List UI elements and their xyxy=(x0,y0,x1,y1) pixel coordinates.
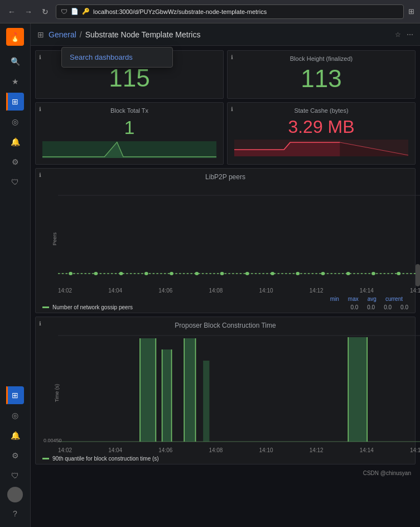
libp2p-legend-dot xyxy=(42,306,49,308)
sidebar-item-settings2[interactable]: ⚙ xyxy=(6,447,24,464)
libp2p-min-val: 0.0 xyxy=(350,304,358,310)
libp2p-min-label: min xyxy=(330,296,339,302)
svg-point-12 xyxy=(144,272,148,275)
sidebar-item-dashboards2[interactable]: ⊞ xyxy=(6,386,24,404)
panel-value-tx: 1 xyxy=(42,116,216,139)
forward-button[interactable]: → xyxy=(22,6,35,18)
user-avatar[interactable] xyxy=(7,487,23,502)
search-dashboards-label: Search dashboards xyxy=(70,53,133,61)
panel-value-cache: 3.29 MB xyxy=(234,116,408,137)
breadcrumb-separator: / xyxy=(80,30,82,39)
sidebar-item-settings[interactable]: ⚙ xyxy=(6,153,24,171)
sidebar: 🔥 🔍 ★ ⊞ ◎ 🔔 ⚙ 🛡 ⊞ ◎ 🔔 ⚙ 🛡 ? xyxy=(0,23,31,527)
svg-point-9 xyxy=(69,272,73,275)
info-icon-finalized[interactable]: ℹ xyxy=(231,54,233,60)
topbar-actions: ☆ ⋯ xyxy=(395,31,413,39)
scrollbar-thumb[interactable] xyxy=(416,264,420,286)
proposer-y-min: 0.00450 xyxy=(44,438,62,443)
info-icon-best[interactable]: ℹ xyxy=(39,54,41,60)
libp2p-current-val: 0.0 xyxy=(400,304,408,310)
mini-chart-cache xyxy=(234,140,408,156)
panel-title-finalized: Block Height (finalized) xyxy=(234,55,408,62)
svg-marker-26 xyxy=(140,338,156,442)
svg-marker-29 xyxy=(162,349,172,442)
address-bar[interactable]: 🛡 📄 🔑 localhost:3000/d/PUYzGbwWz/substra… xyxy=(56,4,404,19)
sidebar-bottom: ⊞ ◎ 🔔 ⚙ 🛡 ? xyxy=(6,386,24,523)
dashboard: ℹ (best) 115 ℹ Block Height (finalized) … xyxy=(31,46,420,527)
proposer-legend-dot xyxy=(42,458,49,459)
browser-action-icons: ⊞ xyxy=(408,7,414,16)
app-layout: 🔥 🔍 ★ ⊞ ◎ 🔔 ⚙ 🛡 ⊞ ◎ 🔔 ⚙ 🛡 ? Search dashb… xyxy=(0,23,420,527)
star-icon[interactable]: ☆ xyxy=(395,31,401,39)
proposer-title: Proposer Block Construction Time xyxy=(42,322,408,329)
panel-state-cache: ℹ State Cashe (bytes) 3.29 MB xyxy=(227,102,416,165)
info-icon-libp2p[interactable]: ℹ xyxy=(39,172,41,178)
svg-point-17 xyxy=(271,272,274,275)
proposer-legend: 90th quantile for block construction tim… xyxy=(42,456,408,462)
back-button[interactable]: ← xyxy=(6,6,18,18)
svg-point-15 xyxy=(220,272,224,275)
sidebar-item-shield2[interactable]: 🛡 xyxy=(6,467,24,485)
breadcrumb-current: Substrate Node Template Metrics xyxy=(85,30,201,39)
mini-chart-tx xyxy=(42,141,216,158)
proposer-legend-text: 90th quantile for block construction tim… xyxy=(52,456,159,462)
share-icon[interactable]: ⋯ xyxy=(407,31,413,39)
sidebar-item-dashboards[interactable]: ⊞ xyxy=(6,93,24,111)
svg-point-20 xyxy=(346,272,350,275)
panel-libp2p: ℹ LibP2P peers Peers 1 0 xyxy=(35,168,416,313)
grafana-logo: 🔥 xyxy=(6,28,24,46)
libp2p-legend-left: Number of network gossip peers xyxy=(42,304,133,310)
panel-value-best: 115 xyxy=(42,64,216,93)
svg-marker-32 xyxy=(184,338,195,442)
svg-point-18 xyxy=(296,272,300,275)
libp2p-legend-text: Number of network gossip peers xyxy=(52,304,133,310)
svg-marker-36 xyxy=(348,337,367,442)
sidebar-item-search[interactable]: 🔍 xyxy=(6,52,24,70)
sidebar-item-alerting2[interactable]: 🔔 xyxy=(6,427,24,444)
libp2p-title: LibP2P peers xyxy=(42,173,408,181)
info-icon-cache[interactable]: ℹ xyxy=(231,106,233,112)
libp2p-max-label: max xyxy=(348,296,359,302)
proposer-svg xyxy=(58,333,420,444)
sidebar-item-explore2[interactable]: ◎ xyxy=(6,406,24,424)
svg-rect-0 xyxy=(42,141,216,158)
sidebar-item-help[interactable]: ? xyxy=(6,505,24,523)
proposer-y-axis-label: Time (s) xyxy=(54,384,60,402)
key-icon: 🔑 xyxy=(82,8,90,15)
libp2p-stats-header: min max avg current xyxy=(42,295,408,302)
libp2p-avg-label: avg xyxy=(368,296,376,302)
breadcrumb-home[interactable]: General xyxy=(49,30,76,39)
libp2p-avg-val: 0.0 xyxy=(384,304,392,310)
svg-point-19 xyxy=(321,272,325,275)
panel-proposer: ℹ Proposer Block Construction Time Time … xyxy=(35,317,416,464)
topbar: ⊞ General / Substrate Node Template Metr… xyxy=(31,23,420,46)
sidebar-item-shield[interactable]: 🛡 xyxy=(6,173,24,191)
panel-block-height-finalized: ℹ Block Height (finalized) 113 xyxy=(227,50,416,99)
topbar-grid-icon: ⊞ xyxy=(37,30,44,39)
libp2p-current-label: current xyxy=(385,296,403,302)
svg-point-16 xyxy=(245,272,249,275)
refresh-button[interactable]: ↻ xyxy=(39,6,51,18)
svg-point-14 xyxy=(195,272,199,275)
search-overlay: Search dashboards xyxy=(61,47,173,68)
svg-point-21 xyxy=(371,272,375,275)
panel-value-finalized: 113 xyxy=(234,64,408,94)
info-icon-proposer[interactable]: ℹ xyxy=(39,320,41,327)
footer-credit: CSDN @chinusyan xyxy=(35,468,416,478)
sidebar-item-explore[interactable]: ◎ xyxy=(6,113,24,131)
proposer-chart-area: Time (s) xyxy=(58,333,420,453)
sidebar-item-alerting[interactable]: 🔔 xyxy=(6,133,24,151)
svg-point-13 xyxy=(170,272,173,275)
libp2p-legend: Number of network gossip peers 0.0 0.0 0… xyxy=(42,304,408,310)
svg-marker-35 xyxy=(203,361,209,442)
libp2p-max-val: 0.0 xyxy=(367,304,375,310)
info-icon-tx[interactable]: ℹ xyxy=(39,106,41,112)
url-text: localhost:3000/d/PUYzGbwWz/substrate-nod… xyxy=(93,8,267,15)
panel-title-tx: Block Total Tx xyxy=(42,107,216,114)
panel-title-cache: State Cashe (bytes) xyxy=(234,107,408,114)
browser-chrome: ← → ↻ 🛡 📄 🔑 localhost:3000/d/PUYzGbwWz/s… xyxy=(0,0,420,23)
svg-point-10 xyxy=(94,272,98,275)
svg-point-22 xyxy=(397,272,400,275)
sidebar-item-starred[interactable]: ★ xyxy=(6,73,24,90)
proposer-legend-left: 90th quantile for block construction tim… xyxy=(42,456,159,462)
